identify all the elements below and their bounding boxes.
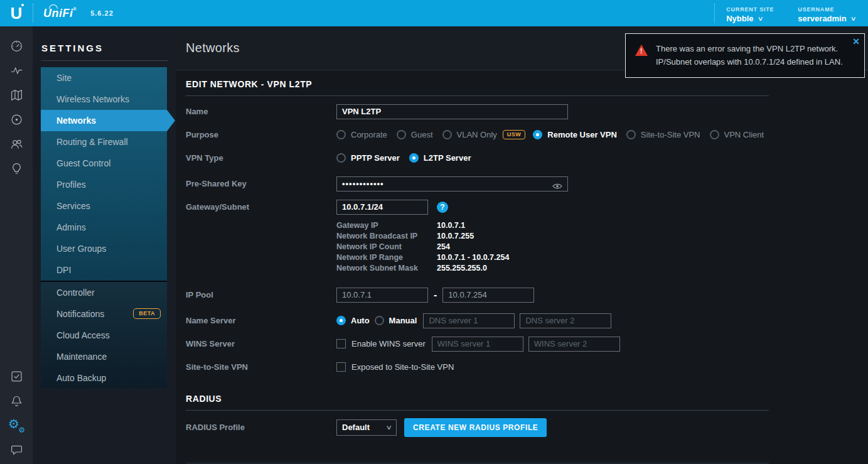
radio-selected-icon[interactable] bbox=[336, 316, 346, 325]
usw-badge: USW bbox=[503, 130, 526, 139]
radio-icon[interactable] bbox=[375, 316, 384, 325]
radio-selected-icon[interactable] bbox=[409, 153, 419, 163]
pre-shared-key-input[interactable] bbox=[336, 176, 568, 192]
username-menu[interactable]: USERNAME serveradmin ∨ bbox=[786, 0, 868, 26]
sidebar-item-admins[interactable]: Admins bbox=[41, 217, 167, 238]
ubiquiti-logo[interactable]: U bbox=[0, 0, 33, 26]
vpn-type-options: PPTP Server L2TP Server bbox=[336, 153, 480, 163]
name-server-option-manual[interactable]: Manual bbox=[375, 316, 417, 325]
devices-icon[interactable] bbox=[9, 112, 23, 126]
beta-badge: BETA bbox=[133, 308, 161, 319]
network-info: Gateway IP 10.0.7.1 Network Broadcast IP… bbox=[336, 219, 769, 278]
username-value: serveradmin ∨ bbox=[798, 14, 855, 23]
ubiquiti-logo-icon: U bbox=[11, 5, 23, 21]
sidebar-item-user-groups[interactable]: User Groups bbox=[41, 238, 167, 259]
purpose-option-guest[interactable]: Guest bbox=[397, 130, 433, 139]
statistics-icon[interactable] bbox=[9, 63, 23, 77]
sidebar-item-wireless-networks[interactable]: Wireless Networks bbox=[41, 89, 167, 110]
purpose-row: Purpose Corporate Guest VLAN Only USW bbox=[186, 123, 769, 146]
current-site-selector[interactable]: CURRENT SITE Nybble ∨ bbox=[715, 0, 786, 26]
sidebar-item-maintenance[interactable]: Maintenance bbox=[41, 346, 167, 367]
map-icon[interactable] bbox=[9, 88, 23, 102]
wins-server-1-input[interactable] bbox=[432, 337, 523, 352]
create-radius-profile-button[interactable]: CREATE NEW RADIUS PROFILE bbox=[404, 418, 547, 437]
topbar-right: CURRENT SITE Nybble ∨ USERNAME serveradm… bbox=[714, 0, 868, 26]
radio-icon[interactable] bbox=[442, 130, 452, 139]
radio-icon[interactable] bbox=[336, 130, 346, 139]
dashboard-icon[interactable] bbox=[9, 39, 23, 53]
ip-pool-row: IP Pool - bbox=[186, 283, 769, 306]
gateway-subnet-input[interactable] bbox=[336, 200, 428, 215]
error-toast-message: There was an error saving the VPN L2TP n… bbox=[656, 42, 852, 69]
sidebar-item-auto-backup[interactable]: Auto Backup bbox=[41, 367, 167, 389]
sidebar-item-guest-control[interactable]: Guest Control bbox=[41, 153, 167, 174]
events-icon[interactable] bbox=[9, 369, 23, 383]
purpose-option-remote-user-vpn[interactable]: Remote User VPN bbox=[533, 130, 617, 139]
radio-selected-icon[interactable] bbox=[533, 130, 542, 139]
registered-mark: ® bbox=[73, 7, 77, 11]
gateway-ip-value: 10.0.7.1 bbox=[437, 221, 465, 230]
broadcast-ip-label: Network Broadcast IP bbox=[336, 232, 437, 240]
sidebar-item-routing-firewall[interactable]: Routing & Firewall bbox=[41, 131, 167, 153]
purpose-option-corporate[interactable]: Corporate bbox=[336, 130, 387, 139]
sidebar-item-cloud-access[interactable]: Cloud Access bbox=[41, 325, 167, 346]
name-input[interactable] bbox=[336, 104, 568, 119]
sidebar-item-notifications[interactable]: BETA Notifications bbox=[41, 303, 167, 325]
name-server-option-auto[interactable]: Auto bbox=[336, 316, 370, 325]
radio-icon[interactable] bbox=[397, 130, 406, 139]
subnet-mask-value: 255.255.255.0 bbox=[437, 264, 487, 272]
error-toast: There was an error saving the VPN L2TP n… bbox=[625, 33, 865, 78]
ip-pool-label: IP Pool bbox=[186, 290, 336, 299]
chevron-down-icon: ∨ bbox=[757, 15, 763, 22]
purpose-option-vpn-client[interactable]: VPN Client bbox=[710, 130, 764, 139]
gateway-subnet-label: Gateway/Subnet bbox=[186, 202, 336, 212]
controller-version: 5.6.22 bbox=[90, 9, 114, 17]
radio-icon[interactable] bbox=[626, 130, 636, 139]
purpose-option-vlan-only[interactable]: VLAN Only bbox=[442, 130, 497, 139]
enable-wins-checkbox[interactable] bbox=[336, 339, 346, 348]
radius-profile-label: RADIUS Profile bbox=[186, 423, 336, 432]
ip-count-label: Network IP Count bbox=[336, 242, 437, 251]
help-icon[interactable]: ? bbox=[437, 202, 448, 213]
network-info-row: Network Subnet Mask 255.255.255.0 bbox=[336, 262, 769, 273]
exposed-site-to-site-checkbox[interactable] bbox=[336, 362, 346, 372]
network-info-row: Network IP Count 254 bbox=[336, 241, 769, 252]
vpn-type-option-pptp[interactable]: PPTP Server bbox=[336, 153, 400, 163]
insights-icon[interactable] bbox=[9, 161, 23, 175]
settings-menu-group-1: Site Wireless Networks Networks Routing … bbox=[41, 67, 167, 281]
clients-icon[interactable] bbox=[9, 137, 23, 151]
name-label: Name bbox=[186, 107, 336, 116]
sidebar-title: SETTINGS bbox=[41, 43, 176, 53]
ip-range-label: Network IP Range bbox=[336, 253, 437, 262]
chat-icon[interactable] bbox=[9, 443, 23, 456]
radius-profile-select[interactable]: Default ∨ bbox=[336, 419, 397, 436]
edit-network-form: EDIT NETWORK - VPN L2TP Name Purpose Cor… bbox=[186, 70, 769, 464]
settings-gear-icon[interactable]: ⚙⚙ bbox=[9, 418, 23, 432]
toast-close-icon[interactable]: ✕ bbox=[852, 36, 860, 46]
unifi-brand[interactable]: UniFi® bbox=[33, 0, 77, 26]
sidebar-item-controller[interactable]: Controller bbox=[41, 282, 167, 303]
sidebar-item-networks[interactable]: Networks bbox=[41, 110, 167, 131]
wins-server-2-input[interactable] bbox=[528, 337, 620, 352]
dns-server-1-input[interactable] bbox=[423, 313, 515, 328]
current-site-value: Nybble ∨ bbox=[726, 14, 774, 23]
alerts-icon[interactable] bbox=[9, 394, 23, 407]
dns-server-2-input[interactable] bbox=[520, 313, 611, 328]
ip-pool-to-input[interactable] bbox=[442, 288, 534, 303]
page-title: Networks bbox=[186, 41, 240, 55]
vpn-type-option-l2tp[interactable]: L2TP Server bbox=[409, 153, 471, 163]
ip-pool-from-input[interactable] bbox=[336, 288, 428, 303]
sidebar-item-services[interactable]: Services bbox=[41, 195, 167, 217]
radio-icon[interactable] bbox=[336, 153, 346, 163]
gateway-subnet-row: Gateway/Subnet ? bbox=[186, 195, 769, 219]
sidebar-item-dpi[interactable]: DPI bbox=[41, 259, 167, 281]
name-server-label: Name Server bbox=[186, 316, 336, 325]
sidebar-item-site[interactable]: Site bbox=[41, 67, 167, 89]
show-password-eye-icon[interactable] bbox=[552, 181, 562, 192]
unifi-wordmark: UniFi® bbox=[43, 7, 77, 20]
network-info-row: Gateway IP 10.0.7.1 bbox=[336, 220, 769, 230]
purpose-option-site-to-site-vpn[interactable]: Site-to-Site VPN bbox=[626, 130, 700, 139]
radio-icon[interactable] bbox=[710, 130, 719, 139]
topbar: U UniFi® 5.6.22 CURRENT SITE Nybble ∨ US… bbox=[0, 0, 868, 26]
sidebar-item-profiles[interactable]: Profiles bbox=[41, 174, 167, 195]
